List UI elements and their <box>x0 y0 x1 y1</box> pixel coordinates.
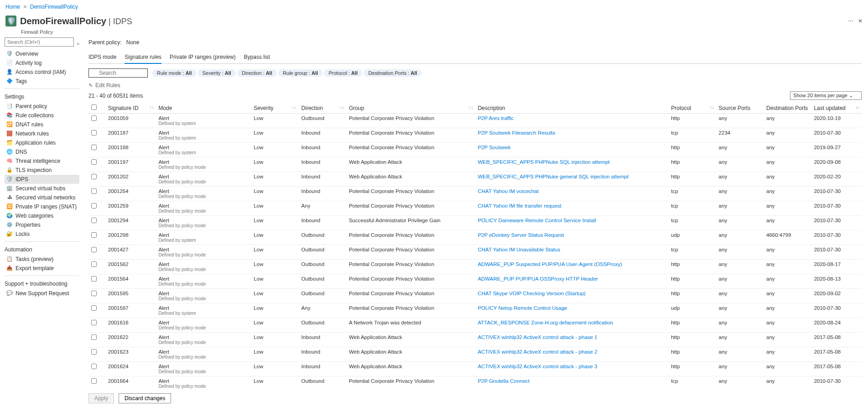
sidebar-item-rule-collections[interactable]: 📚Rule collections <box>5 111 79 120</box>
filter-pill-rule-mode[interactable]: Rule mode : All <box>152 69 196 77</box>
row-checkbox[interactable] <box>91 305 97 311</box>
row-checkbox[interactable] <box>91 291 97 296</box>
sidebar-item-access-control-iam-[interactable]: 👤Access control (IAM) <box>5 68 79 77</box>
row-checkbox[interactable] <box>91 145 97 150</box>
description-link[interactable]: CHAT Yahoo IM voicechat <box>478 188 538 194</box>
row-checkbox[interactable] <box>91 218 97 223</box>
row-checkbox[interactable] <box>91 174 97 179</box>
column-group[interactable]: Group↑↓ <box>346 103 475 114</box>
sidebar-item-parent-policy[interactable]: 📑Parent policy <box>5 102 79 111</box>
description-link[interactable]: POLICY Netop Remote Control Usage <box>478 305 567 311</box>
description-link[interactable]: P2P eDonkey Server Status Request <box>478 232 564 238</box>
tab-idps-mode[interactable]: IDPS mode <box>88 52 116 63</box>
breadcrumb-home[interactable]: Home <box>5 4 20 10</box>
table-row[interactable]: 2001254AlertDefined by policy modeLowInb… <box>88 187 862 201</box>
table-row[interactable]: 2001188AlertDefined by systemLowInboundP… <box>88 143 862 157</box>
sidebar-item-network-rules[interactable]: 🧱Network rules <box>5 129 79 138</box>
column-destination-ports[interactable]: Destination Ports <box>764 103 811 114</box>
row-checkbox[interactable] <box>91 159 97 165</box>
row-checkbox[interactable] <box>91 320 97 325</box>
table-row[interactable]: 2001623AlertDefined by policy modeLowInb… <box>88 347 862 362</box>
table-row[interactable]: 2001298AlertDefined by systemLowOutbound… <box>88 230 862 245</box>
row-checkbox[interactable] <box>91 247 97 252</box>
description-link[interactable]: WEB_SPECIFIC_APPS PHPNuke general SQL in… <box>478 174 629 179</box>
description-link[interactable]: CHAT Yahoo IM Unavailable Status <box>478 247 560 252</box>
sidebar-item-web-categories[interactable]: 🌍Web categories <box>5 211 79 220</box>
table-row[interactable]: 2001294AlertDefined by policy modeLowInb… <box>88 216 862 230</box>
sidebar-item-properties[interactable]: ⚙️Properties <box>5 220 79 230</box>
column-description[interactable]: Description <box>475 103 668 114</box>
description-link[interactable]: P2P Gnutella Connect <box>478 378 530 384</box>
table-row[interactable]: 2001259AlertDefined by policy modeLowAny… <box>88 201 862 216</box>
sidebar-item-dnat-rules[interactable]: 🔁DNAT rules <box>5 120 79 129</box>
table-row[interactable]: 2001622AlertDefined by policy modeLowInb… <box>88 333 862 347</box>
row-checkbox[interactable] <box>91 203 97 209</box>
filter-pill-destination-ports[interactable]: Destination Ports : All <box>364 69 421 77</box>
row-checkbox[interactable] <box>91 276 97 282</box>
description-link[interactable]: POLICY Dameware Remote Control Service I… <box>478 218 596 223</box>
sidebar-item-locks[interactable]: 🔐Locks <box>5 230 79 239</box>
column-last-updated[interactable]: Last updated↑↓ <box>811 103 862 114</box>
table-row[interactable]: 2001187AlertDefined by systemLowInboundP… <box>88 128 862 143</box>
collapse-sidebar-icon[interactable]: « <box>77 41 79 46</box>
sidebar-search-input[interactable] <box>5 37 74 47</box>
description-link[interactable]: ACTIVEX winhlp32 ActiveX control attack … <box>478 349 597 355</box>
sidebar-item-secured-virtual-hubs[interactable]: 🏢Secured virtual hubs <box>5 184 79 193</box>
description-link[interactable]: ADWARE_PUP Suspected PUP/PUA User-Agent … <box>478 261 622 267</box>
description-link[interactable]: ACTIVEX winhlp32 ActiveX control attack … <box>478 364 597 369</box>
row-checkbox[interactable] <box>91 188 97 194</box>
description-link[interactable]: CHAT Yahoo IM file transfer request <box>478 203 561 209</box>
tab-signature-rules[interactable]: Signature rules <box>125 52 161 64</box>
row-checkbox[interactable] <box>91 261 97 267</box>
row-checkbox[interactable] <box>91 334 97 340</box>
select-all-header[interactable] <box>88 103 105 114</box>
breadcrumb-parent[interactable]: DemoFirewallPolicy <box>30 4 78 10</box>
tab-bypass-list[interactable]: Bypass list <box>244 52 270 63</box>
sidebar-item-secured-virtual-networks[interactable]: 🖧Secured virtual networks <box>5 193 79 202</box>
description-link[interactable]: WEB_SPECIFIC_APPS PHPNuke SQL injection … <box>478 159 609 165</box>
row-checkbox[interactable] <box>91 130 97 136</box>
table-row[interactable]: 2001562AlertDefined by policy modeLowOut… <box>88 260 862 274</box>
description-link[interactable]: P2P Soulseek <box>478 145 510 150</box>
description-link[interactable]: ATTACK_RESPONSE Zone-H.org defacement no… <box>478 320 613 325</box>
table-row[interactable]: 2001564AlertDefined by policy modeLowOut… <box>88 274 862 289</box>
column-mode[interactable]: Mode <box>156 103 251 114</box>
sidebar-item-threat-intelligence[interactable]: 🧠Threat intelligence <box>5 157 79 166</box>
sidebar-item-dns[interactable]: 🌐DNS <box>5 147 79 157</box>
sidebar-item-tags[interactable]: 🔷Tags <box>5 77 79 86</box>
table-row[interactable]: 2001595AlertDefined by policy modeLowOut… <box>88 289 862 303</box>
description-link[interactable]: P2P Ares traffic <box>478 115 514 121</box>
more-icon[interactable]: ⋯ <box>848 18 853 24</box>
select-all-checkbox[interactable] <box>91 104 97 110</box>
table-row[interactable]: 2001427AlertDefined by policy modeLowOut… <box>88 245 862 260</box>
table-row[interactable]: 2001616AlertDefined by policy modeLowOut… <box>88 318 862 333</box>
row-checkbox[interactable] <box>91 115 97 121</box>
sidebar-item-activity-log[interactable]: 📄Activity log <box>5 58 79 68</box>
apply-button[interactable]: Apply <box>88 393 114 401</box>
table-row[interactable]: 2001664AlertDefined by policy modeLowOut… <box>88 376 862 391</box>
sidebar-item-overview[interactable]: 🛡️Overview <box>5 49 79 58</box>
filter-pill-severity[interactable]: Severity : All <box>198 69 236 77</box>
column-direction[interactable]: Direction↑↓ <box>299 103 346 114</box>
description-link[interactable]: ADWARE_PUP PUP/PUA OSSProxy HTTP Header <box>478 276 598 282</box>
description-link[interactable]: P2P Soulseek Filesearch Results <box>478 130 555 136</box>
column-source-ports[interactable]: Source Ports <box>716 103 764 114</box>
discard-button[interactable]: Discard changes <box>119 393 171 401</box>
row-checkbox[interactable] <box>91 378 97 384</box>
description-link[interactable]: CHAT Skype VOIP Checking Version (Startu… <box>478 291 586 296</box>
filter-pill-rule-group[interactable]: Rule group : All <box>278 69 322 77</box>
column-signature-id[interactable]: Signature ID↑↓ <box>105 103 156 114</box>
sidebar-item-tls-inspection[interactable]: 🔒TLS inspection <box>5 166 79 175</box>
table-row[interactable]: 2001597AlertDefined by systemLowAnyPoten… <box>88 303 862 318</box>
page-size-select[interactable]: Show 20 items per page ⌄ <box>790 91 862 100</box>
column-protocol[interactable]: Protocol↑↓ <box>668 103 716 114</box>
sidebar-item-export-template[interactable]: 📤Export template <box>5 264 79 273</box>
signature-search-input[interactable] <box>88 68 148 78</box>
table-row[interactable]: 2001624AlertDefined by policy modeLowInb… <box>88 362 862 376</box>
sidebar-item-application-rules[interactable]: 🗂️Application rules <box>5 138 79 147</box>
table-row[interactable]: 2001197AlertDefined by policy modeLowInb… <box>88 157 862 172</box>
column-severity[interactable]: Severity↑↓ <box>251 103 298 114</box>
tab-private-ip-ranges-preview-[interactable]: Private IP ranges (preview) <box>170 52 236 63</box>
sidebar-item-new-support-request[interactable]: 💬New Support Request <box>5 289 79 298</box>
close-icon[interactable]: ✕ <box>858 18 863 24</box>
